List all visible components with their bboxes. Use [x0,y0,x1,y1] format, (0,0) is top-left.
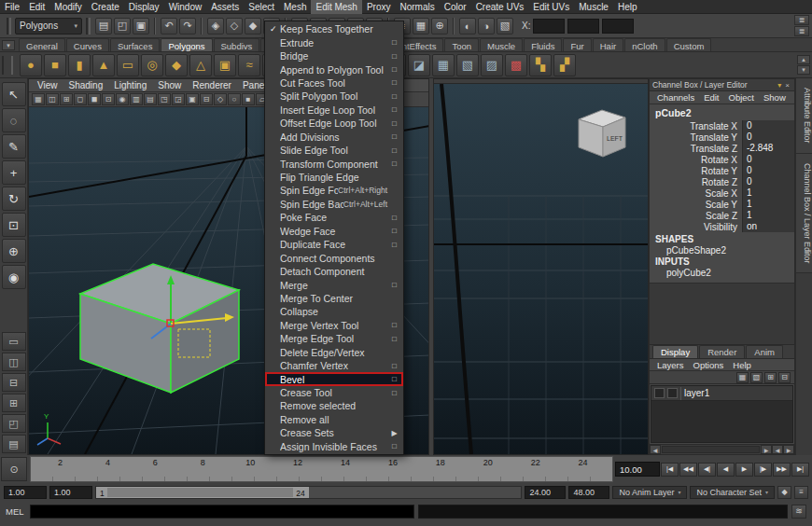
menubar-item[interactable]: Modify [49,0,86,14]
menu-item[interactable]: Chamfer Vertex □ [265,359,403,372]
scroll-right-icon[interactable]: ▶ [761,445,772,454]
menu-item[interactable]: Merge Edge Tool □ [265,332,403,345]
sidebar-vertical-tab[interactable]: Attribute Editor [796,78,812,154]
tool-icon[interactable]: ✎ [2,134,26,159]
menu-item[interactable]: Crease Sets ▶ [265,426,403,439]
panel-menu-item[interactable]: Show [153,80,186,90]
statusline-icon[interactable]: ▣ [133,18,149,35]
transport-button[interactable]: ◀| [698,463,716,477]
menu-item[interactable]: Bridge □ [265,49,403,62]
range-toolbar-icon[interactable]: ◆ [777,486,791,499]
sidebar-vertical-tab[interactable]: Channel Box / Layer Editor [796,154,812,274]
shelf-tab[interactable]: Hair [593,38,623,51]
shelf-tab[interactable]: Surfaces [110,38,161,51]
channel-value[interactable]: -2.848 [742,143,794,154]
panel-toolbar-icon[interactable]: ⊞ [60,93,73,105]
shelf-icon[interactable]: ▩ [505,54,527,76]
menu-item[interactable]: ✓ Keep Faces Together [265,22,403,35]
option-box-icon[interactable]: □ [390,214,399,222]
pin-icon[interactable]: ▾ [776,81,783,90]
option-box-icon[interactable]: □ [390,132,399,141]
option-box-icon[interactable]: ▶ [390,429,399,437]
channel-box-menu-item[interactable]: Edit [700,92,722,103]
menu-item[interactable]: Split Polygon Tool □ [265,90,403,103]
menu-item[interactable]: Merge Vertex Tool □ [265,319,403,332]
range-end-handle[interactable]: 24 [293,488,307,497]
range-slider[interactable]: 1 24 [95,486,522,499]
shelf-tab[interactable]: Toon [444,38,479,51]
menu-item[interactable]: Slide Edge Tool □ [265,144,403,157]
transport-button[interactable]: ▶ [735,463,753,477]
statusline-icon[interactable]: ▤ [95,18,112,35]
menubar-item[interactable]: Edit Mesh [311,0,361,14]
shelf-scroll-up-icon[interactable]: ▲ [797,55,810,64]
menubar-item[interactable]: Display [124,0,164,14]
panel-toolbar-icon[interactable]: ▥ [130,93,143,105]
menu-item[interactable]: Append to Polygon Tool □ [265,62,403,76]
tree-node[interactable]: INPUTS [650,256,794,268]
shelf-tab[interactable]: Muscle [480,38,523,51]
panel-toolbar-icon[interactable]: ○ [228,93,241,105]
menu-item[interactable]: Merge □ [265,278,403,291]
panel-toolbar-icon[interactable]: ▦ [32,93,45,105]
layer-editor-menu-item[interactable]: Layers [653,360,688,370]
panel-toolbar-icon[interactable]: ⊡ [102,93,115,105]
option-box-icon[interactable]: □ [390,241,399,249]
transport-button[interactable]: |▶ [754,463,772,477]
toolbar-grip[interactable] [7,18,11,35]
panel-menu-item[interactable]: Lighting [109,80,151,90]
panel-toolbar-icon[interactable]: ◻ [74,93,87,105]
show-hide-ui-icon[interactable]: ≣ [794,15,809,25]
channel-name[interactable]: Translate Z [650,144,742,154]
tool-icon[interactable]: ⊕ [2,239,26,263]
playback-start-field[interactable] [49,486,92,499]
channel-name[interactable]: Scale X [650,188,742,199]
shelf-tab[interactable]: Fluids [524,38,562,51]
panel-toolbar-icon[interactable]: ⊟ [200,93,213,105]
channel-name[interactable]: Rotate Z [650,177,742,187]
shelf-icon[interactable]: ≈ [238,54,260,76]
menubar-item[interactable]: Color [440,0,471,14]
shelf-tab[interactable]: nCloth [624,38,665,51]
menubar-item[interactable]: Muscle [574,0,613,14]
option-box-icon[interactable]: □ [390,227,399,235]
menu-item[interactable]: Offset Edge Loop Tool □ [265,117,403,130]
option-box-icon[interactable]: □ [390,92,399,101]
menubar-item[interactable]: Mesh [279,0,311,14]
channel-value[interactable]: 1 [742,210,794,221]
layer-toolbar-icon[interactable]: ▦ [736,372,749,383]
option-box-icon[interactable]: □ [390,362,399,370]
panel-toolbar-icon[interactable]: ◫ [46,93,59,105]
layer-playback-toggle[interactable] [667,388,678,398]
shelf-icon[interactable]: ▚ [529,54,552,76]
script-editor-icon[interactable]: ≋ [791,505,806,519]
shelf-grip[interactable] [2,56,13,75]
menu-item[interactable]: Poke Face □ [265,211,403,224]
animation-end-field[interactable] [568,486,609,499]
statusline-icon[interactable]: ↶ [161,18,177,35]
option-box-icon[interactable]: □ [390,389,399,397]
anim-layer-dropdown[interactable]: No Anim Layer ▾ [612,486,687,499]
shelf-icon[interactable]: ▞ [553,54,576,76]
statusline-icon[interactable]: ◑ [478,18,495,35]
channel-value[interactable]: 1 [742,187,794,199]
transport-button[interactable]: ▶| [791,463,809,477]
layer-toolbar-icon[interactable]: ⊟ [778,372,791,383]
range-toolbar-icon[interactable]: ≡ [794,486,808,499]
scroll-left-icon[interactable]: ◀ [650,445,661,454]
menubar-item[interactable]: File [0,0,24,14]
shelf-icon[interactable]: ▦ [432,54,455,76]
statusline-icon[interactable]: ▦ [413,18,429,35]
menu-item[interactable]: Crease Tool □ [265,386,403,399]
menu-item[interactable]: Extrude □ [265,35,403,48]
close-icon[interactable]: × [783,81,791,90]
option-box-icon[interactable]: □ [390,442,399,450]
shelf-icon[interactable]: ◎ [141,54,163,76]
panel-toolbar-icon[interactable]: ◼ [88,93,101,105]
layer-toolbar-icon[interactable]: ▧ [750,372,763,383]
menubar-item[interactable]: Window [164,0,207,14]
shelf-icon[interactable]: ◆ [165,54,188,76]
channel-box-menu-item[interactable]: Channels [653,92,698,103]
channel-value[interactable]: 0 [742,132,794,143]
tool-icon[interactable]: ↖ [2,82,26,106]
